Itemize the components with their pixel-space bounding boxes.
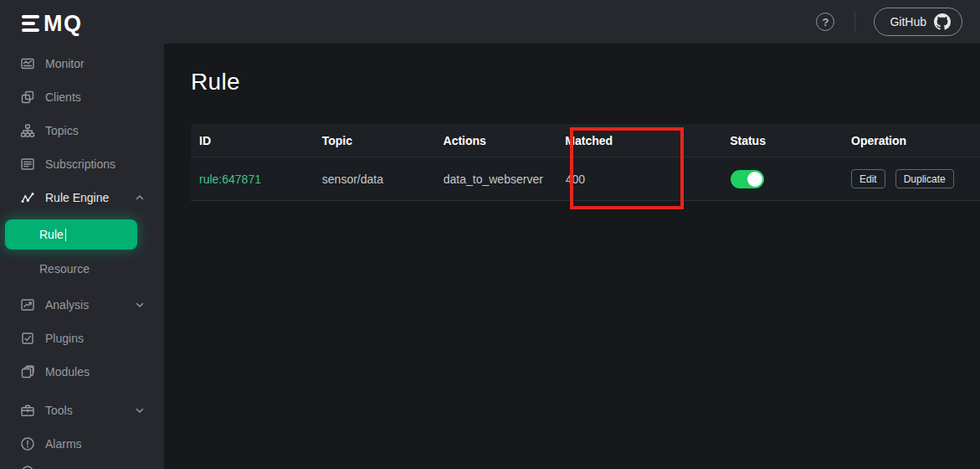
- chevron-down-icon: [134, 299, 146, 311]
- table-row: rule:647871 sensor/data data_to_webserve…: [191, 157, 980, 201]
- alarm-icon: [20, 436, 35, 451]
- help-glyph: ?: [822, 16, 829, 28]
- emq-logo-text: MQ: [44, 11, 83, 37]
- sidebar-item-plugins[interactable]: Plugins: [0, 322, 164, 355]
- sidebar-item-label: Topics: [45, 124, 146, 137]
- emq-logo[interactable]: MQ: [0, 0, 164, 47]
- column-header-id: ID: [191, 134, 314, 147]
- table-header-row: ID Topic Actions Matched Status Operatio…: [191, 124, 980, 157]
- analysis-icon: [20, 297, 35, 312]
- rule-matched-cell: 400: [557, 173, 722, 186]
- monitor-icon: [20, 56, 35, 71]
- chevron-down-icon: [134, 405, 146, 416]
- sidebar-item-modules[interactable]: Modules: [0, 355, 164, 389]
- sidebar-item-label: Clients: [45, 90, 146, 104]
- page-title: Rule: [191, 69, 240, 95]
- sidebar-subitem-label: Resource: [39, 262, 90, 276]
- sidebar-item-subscriptions[interactable]: Subscriptions: [0, 147, 164, 181]
- sidebar-item-monitor[interactable]: Monitor: [0, 47, 164, 80]
- rule-id-link[interactable]: rule:647871: [199, 173, 261, 186]
- modules-icon: [20, 364, 35, 379]
- topics-icon: [20, 123, 35, 138]
- sidebar-subitem-resource[interactable]: Resource: [0, 253, 164, 285]
- status-toggle[interactable]: [731, 170, 764, 188]
- sidebar-item-clients[interactable]: Clients: [0, 80, 164, 114]
- topbar-divider: [854, 11, 855, 33]
- sidebar-item-label: Subscriptions: [45, 157, 146, 171]
- github-icon: [934, 13, 951, 30]
- settings-icon-partial: [20, 464, 35, 469]
- emq-logo-bars-icon: [22, 15, 39, 33]
- sidebar-subitem-rule[interactable]: Rule: [5, 219, 137, 250]
- text-cursor: [65, 229, 67, 241]
- clients-icon: [20, 90, 35, 105]
- sidebar-item-label: Modules: [45, 365, 146, 379]
- sidebar-item-topics[interactable]: Topics: [0, 114, 164, 147]
- github-button-label: GitHub: [890, 15, 926, 28]
- duplicate-button[interactable]: Duplicate: [895, 169, 954, 188]
- subscriptions-icon: [20, 157, 35, 172]
- topbar: ? GitHub: [164, 0, 980, 44]
- rule-engine-icon: [20, 190, 35, 205]
- tools-icon: [20, 403, 35, 418]
- rule-actions-cell: data_to_webserver: [435, 173, 557, 186]
- sidebar-item-label: Plugins: [45, 332, 146, 345]
- sidebar-item-label: Rule Engine: [45, 191, 134, 204]
- column-header-topic: Topic: [314, 134, 435, 147]
- plugins-icon: [20, 331, 35, 346]
- rule-table: ID Topic Actions Matched Status Operatio…: [191, 124, 980, 201]
- sidebar-item-label: Analysis: [45, 298, 134, 312]
- sidebar-item-tools[interactable]: Tools: [0, 394, 164, 427]
- toggle-knob: [747, 172, 762, 187]
- github-button[interactable]: GitHub: [874, 8, 962, 36]
- sidebar-item-label: Monitor: [45, 57, 146, 70]
- chevron-up-icon: [134, 192, 146, 204]
- sidebar-item-rule-engine[interactable]: Rule Engine: [0, 181, 164, 214]
- sidebar-subitem-label: Rule: [39, 228, 64, 241]
- sidebar-item-alarms[interactable]: Alarms: [0, 427, 164, 461]
- sidebar-item-analysis[interactable]: Analysis: [0, 288, 164, 322]
- column-header-actions: Actions: [435, 134, 557, 147]
- sidebar-item-label: Tools: [45, 404, 134, 417]
- help-icon[interactable]: ?: [816, 13, 834, 31]
- column-header-operation: Operation: [843, 134, 980, 147]
- edit-button[interactable]: Edit: [851, 169, 885, 188]
- column-header-status: Status: [721, 134, 843, 147]
- sidebar-item-label: Alarms: [45, 437, 146, 451]
- sidebar: MQ Monitor Clients Topics Subscriptions …: [0, 0, 164, 469]
- column-header-matched: Matched: [557, 134, 721, 147]
- rule-topic-cell: sensor/data: [314, 173, 435, 186]
